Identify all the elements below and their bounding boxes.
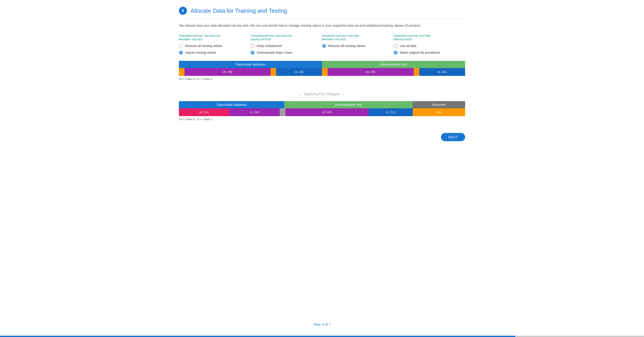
- chart2-bar-orange: 296: [413, 108, 465, 116]
- chart1-bar-purple1: c0: 456: [184, 68, 270, 76]
- chart1-train-header: Train/Initital Validation: [179, 61, 322, 68]
- chart2-bar-gray: [280, 108, 286, 116]
- option-col-gen-prev: GENERALIZATION TESTINGPREVALENCE Use all…: [394, 34, 465, 55]
- chart2-bar-pink: c0: 241: [179, 108, 229, 116]
- option-label-2: TRAINING/INITIAL VALIDATIONEQUALIZATION: [250, 34, 318, 41]
- chart1-bar-orange1: [179, 68, 184, 76]
- radio-label-1a: Remove all missing values: [185, 44, 222, 48]
- page-title: Allocate Data for Training and Testing: [190, 8, 287, 14]
- footer-row: NEXT: [179, 133, 465, 141]
- chart1-bar-orange2: [270, 68, 276, 76]
- radio-group-2: Keep Unbalanced Downsample Major Class: [250, 44, 318, 55]
- radio-label-2b: Downsample Major Class: [257, 51, 292, 54]
- arrow-down-icon1: ↓: [299, 91, 302, 97]
- radio-label-4a: Use all data: [400, 44, 416, 48]
- radio-group-3: Remove all missing values: [322, 44, 389, 48]
- option-label-1: TRAINING/INITIAL VALIDATIONMISSING VALUE…: [179, 34, 246, 41]
- chart1-bar-purple2: c0: 456: [328, 68, 414, 76]
- page-header: 6 Allocate Data for Training and Testing: [179, 7, 465, 15]
- radio-match-original[interactable]: Match original file prevelence: [394, 51, 461, 55]
- radio-circle-2a: [250, 44, 254, 48]
- applying-row: ↓ Applying File Changes ↓: [179, 91, 465, 97]
- chart1-bars: c0: 456 c1: 241 c0: 456 c1: 241: [179, 68, 465, 76]
- radio-group-4: Use all data Match original file prevele…: [394, 44, 461, 55]
- radio-remove-missing-train[interactable]: Remove all missing values: [179, 44, 246, 48]
- radio-circle-1b: [179, 51, 183, 55]
- step-badge: 6: [179, 7, 187, 15]
- chart2-bar-purple1: c1: 241: [229, 108, 280, 116]
- description-text: You already have your data allocated int…: [179, 23, 447, 28]
- radio-label-4b: Match original file prevelence: [400, 51, 440, 54]
- chart1-bar-orange4: [414, 68, 419, 76]
- chart1-bar-blue1: c1: 241: [276, 68, 322, 76]
- radio-downsample[interactable]: Downsample Major Class: [250, 51, 318, 55]
- option-col-train-equal: TRAINING/INITIAL VALIDATIONEQUALIZATION …: [250, 34, 322, 55]
- chart1-section: Train/Initital Validation Generalization…: [179, 61, 465, 85]
- radio-remove-missing-gen[interactable]: Remove all missing values: [322, 44, 389, 48]
- option-label-3: GENERALIZATION TESTINGMISSING VALUES: [322, 34, 389, 41]
- radio-impute-missing[interactable]: Impute missing values: [179, 51, 246, 55]
- radio-label-1b: Impute missing values: [185, 51, 216, 54]
- arrow-down-icon2: ↓: [342, 91, 345, 97]
- chart1-headers: Train/Initital Validation Generalization…: [179, 61, 465, 68]
- radio-use-all[interactable]: Use all data: [394, 44, 461, 48]
- chart2-section: Train/Initital Validation Generalization…: [179, 101, 465, 125]
- chart2-removed-header: Removed: [412, 101, 465, 108]
- radio-circle-2b: [250, 51, 254, 55]
- next-button[interactable]: NEXT: [441, 133, 465, 141]
- bottom-progress-bar: [0, 336, 644, 337]
- radio-circle-1a: [179, 44, 183, 48]
- radio-keep-unbalanced[interactable]: Keep Unbalanced: [250, 44, 318, 48]
- radio-label-2a: Keep Unbalanced: [257, 44, 282, 48]
- options-grid: TRAINING/INITIAL VALIDATIONMISSING VALUE…: [179, 34, 465, 55]
- chart2-headers: Train/Initital Validation Generalization…: [179, 101, 465, 108]
- option-label-4: GENERALIZATION TESTINGPREVALENCE: [394, 34, 461, 41]
- chart2-gen-header: Generalization Test: [284, 101, 412, 108]
- option-col-train-missing: TRAINING/INITIAL VALIDATIONMISSING VALUE…: [179, 34, 250, 55]
- applying-text: Applying File Changes: [304, 92, 340, 96]
- radio-circle-4a: [394, 44, 398, 48]
- chart2-train-header: Train/Initital Validation: [179, 101, 284, 108]
- radio-group-1: Remove all missing values Impute missing…: [179, 44, 246, 55]
- header-divider: [179, 18, 465, 19]
- radio-circle-4b: [394, 51, 398, 55]
- chart1-gen-header: Generalization Test: [322, 61, 465, 68]
- chart1-class-label: c0 = Class 0, c1 = Class 1: [179, 77, 465, 81]
- chart1-bar-orange3: [322, 68, 328, 76]
- radio-circle-3a: [322, 44, 326, 48]
- chart2-bar-blue: c1: 213: [368, 108, 412, 116]
- option-col-gen-missing: GENERALIZATION TESTINGMISSING VALUES Rem…: [322, 34, 394, 55]
- chart2-class-label: c0 = Class 0, c1 = Class 1: [179, 118, 465, 121]
- radio-label-3a: Remove all missing values: [328, 44, 366, 48]
- step-footer: Step: 6 of 7: [179, 316, 465, 328]
- chart1-bar-blue2: c1: 241: [419, 68, 465, 76]
- chart2-bar-purple2: c0: 403: [286, 108, 368, 116]
- chart2-bars: c0: 241 c1: 241 c0: 403 c1: 213 296: [179, 108, 465, 116]
